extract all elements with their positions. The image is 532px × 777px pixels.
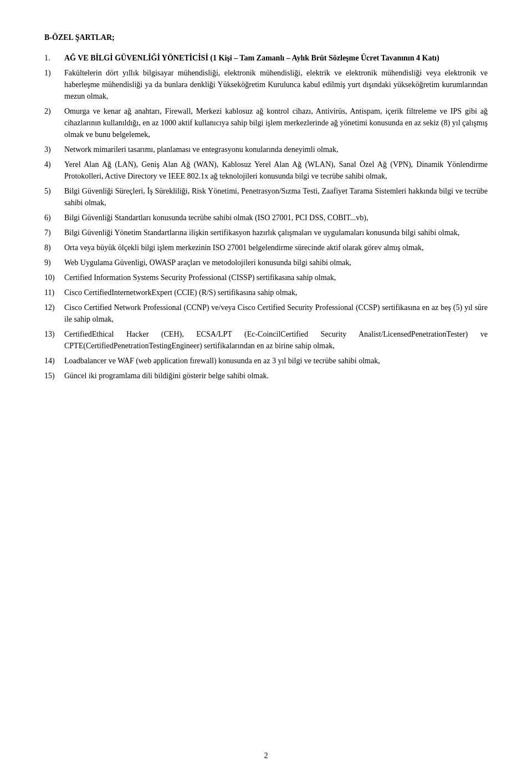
item-number: 12) bbox=[44, 302, 64, 325]
item1-heading: AĞ VE BİLGİ GÜVENLİĞİ YÖNETİCİSİ (1 Kişi… bbox=[64, 52, 488, 64]
list-item: 10)Certified Information Systems Securit… bbox=[44, 272, 488, 283]
page-number: 2 bbox=[264, 751, 268, 760]
list-item: 2)Omurga ve kenar ağ anahtarı, Firewall,… bbox=[44, 105, 488, 140]
item-text: Orta veya büyük ölçekli bilgi işlem merk… bbox=[64, 242, 488, 253]
item-text: Certified Information Systems Security P… bbox=[64, 272, 488, 283]
item-number: 5) bbox=[44, 185, 64, 209]
main-item-heading: 1. AĞ VE BİLGİ GÜVENLİĞİ YÖNETİCİSİ (1 K… bbox=[44, 52, 488, 64]
item-number: 9) bbox=[44, 257, 64, 268]
item-text: Fakültelerin dört yıllık bilgisayar mühe… bbox=[64, 67, 488, 102]
item-text: Cisco Certified Network Professional (CC… bbox=[64, 302, 488, 325]
item-text: Cisco CertifiedInternetworkExpert (CCIE)… bbox=[64, 287, 488, 298]
item-number: 11) bbox=[44, 287, 64, 298]
item1-number: 1. bbox=[44, 52, 64, 64]
item-number: 14) bbox=[44, 355, 64, 367]
item-number: 2) bbox=[44, 105, 64, 140]
list-item: 4)Yerel Alan Ağ (LAN), Geniş Alan Ağ (WA… bbox=[44, 159, 488, 182]
list-item: 6)Bilgi Güvenliği Standartları konusunda… bbox=[44, 212, 488, 224]
item-number: 1) bbox=[44, 67, 64, 102]
item-number: 13) bbox=[44, 328, 64, 352]
item-number: 4) bbox=[44, 159, 64, 182]
item-number: 6) bbox=[44, 212, 64, 224]
item-text: Yerel Alan Ağ (LAN), Geniş Alan Ağ (WAN)… bbox=[64, 159, 488, 182]
list-item: 3)Network mimarileri tasarımı, planlamas… bbox=[44, 144, 488, 155]
item-number: 7) bbox=[44, 227, 64, 238]
item-text: Network mimarileri tasarımı, planlaması … bbox=[64, 144, 488, 155]
list-item: 15)Güncel iki programlama dili bildiğini… bbox=[44, 370, 488, 382]
list-item: 1)Fakültelerin dört yıllık bilgisayar mü… bbox=[44, 67, 488, 102]
list-item: 9)Web Uygulama Güvenligi, OWASP araçları… bbox=[44, 257, 488, 268]
list-item: 13)CertifiedEthical Hacker (CEH), ECSA/L… bbox=[44, 328, 488, 352]
item-text: Loadbalancer ve WAF (web application fır… bbox=[64, 355, 488, 367]
list-item: 12)Cisco Certified Network Professional … bbox=[44, 302, 488, 325]
item-number: 15) bbox=[44, 370, 64, 382]
item-text: Web Uygulama Güvenligi, OWASP araçları v… bbox=[64, 257, 488, 268]
item-number: 10) bbox=[44, 272, 64, 283]
list-item: 5)Bilgi Güvenliği Süreçleri, İş Süreklil… bbox=[44, 185, 488, 209]
subitems-list: 1)Fakültelerin dört yıllık bilgisayar mü… bbox=[44, 67, 488, 382]
item-text: Bilgi Güvenliği Yönetim Standartlarına i… bbox=[64, 227, 488, 238]
list-item: 11)Cisco CertifiedInternetworkExpert (CC… bbox=[44, 287, 488, 298]
item-text: Bilgi Güvenliği Süreçleri, İş Sürekliliğ… bbox=[64, 185, 488, 209]
item-text: Omurga ve kenar ağ anahtarı, Firewall, M… bbox=[64, 105, 488, 140]
item-text: CertifiedEthical Hacker (CEH), ECSA/LPT … bbox=[64, 328, 488, 352]
section-title: B-ÖZEL ŞARTLAR; bbox=[44, 33, 488, 42]
page: B-ÖZEL ŞARTLAR; 1. AĞ VE BİLGİ GÜVENLİĞİ… bbox=[0, 0, 532, 777]
list-item: 8)Orta veya büyük ölçekli bilgi işlem me… bbox=[44, 242, 488, 253]
item-number: 8) bbox=[44, 242, 64, 253]
item-number: 3) bbox=[44, 144, 64, 155]
list-item: 7)Bilgi Güvenliği Yönetim Standartlarına… bbox=[44, 227, 488, 238]
list-item: 14)Loadbalancer ve WAF (web application … bbox=[44, 355, 488, 367]
item-text: Güncel iki programlama dili bildiğini gö… bbox=[64, 370, 488, 382]
item-text: Bilgi Güvenliği Standartları konusunda t… bbox=[64, 212, 488, 224]
